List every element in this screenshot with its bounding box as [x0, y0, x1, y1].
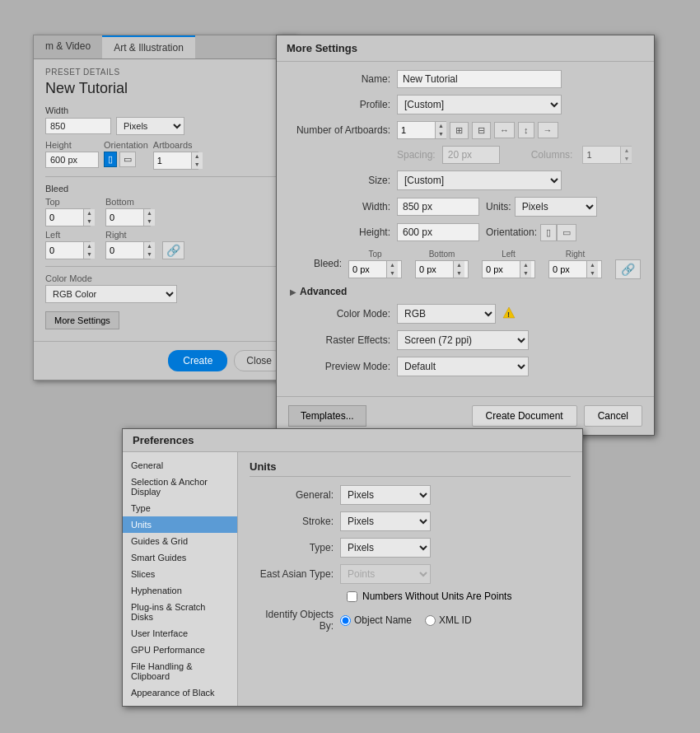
ms-bleed-left-down[interactable]: ▼ — [520, 269, 531, 278]
ms-artboards-up[interactable]: ▲ — [435, 122, 446, 130]
bleed-top-down[interactable]: ▼ — [83, 217, 95, 226]
height-input[interactable] — [45, 152, 99, 168]
size-dropdown[interactable]: [Custom] Letter A4 — [397, 170, 562, 190]
ms-portrait-btn[interactable]: ▯ — [540, 224, 557, 241]
pref-item-user-interface[interactable]: User Interface — [123, 625, 237, 642]
ms-bleed-left[interactable] — [483, 262, 520, 277]
radio-object-name-label[interactable]: Object Name — [340, 614, 412, 626]
portrait-orientation-btn[interactable]: ▯ — [104, 152, 117, 167]
ms-bleed-bottom[interactable] — [416, 262, 453, 277]
dialog-title: More Settings — [277, 35, 654, 62]
ms-landscape-btn[interactable]: ▭ — [557, 224, 576, 241]
profile-label: Profile: — [290, 99, 397, 110]
ms-height-input[interactable] — [397, 223, 479, 241]
pref-stroke-dropdown[interactable]: Pixels Points Picas Inches Millimeters — [340, 511, 431, 531]
pref-item-hyphenation[interactable]: Hyphenation — [123, 582, 237, 599]
cancel-button[interactable]: Cancel — [584, 405, 642, 427]
bleed-left-up[interactable]: ▲ — [83, 242, 95, 250]
height-label: Height — [45, 140, 99, 150]
more-settings-button[interactable]: More Settings — [45, 311, 119, 329]
pref-general-dropdown[interactable]: Pixels Points Picas Inches Millimeters — [340, 485, 431, 505]
ms-bleed-right-down[interactable]: ▼ — [586, 269, 598, 278]
bleed-bottom-input[interactable] — [106, 210, 143, 225]
bleed-right-down[interactable]: ▼ — [143, 250, 155, 259]
landscape-orientation-btn[interactable]: ▭ — [119, 152, 136, 167]
profile-dropdown[interactable]: [Custom] Print Web — [397, 95, 562, 114]
profile-row: Profile: [Custom] Print Web — [290, 95, 641, 114]
pref-item-smart-guides[interactable]: Smart Guides — [123, 549, 237, 566]
arrange-forward-icon[interactable]: → — [538, 122, 558, 138]
artboards-input[interactable] — [154, 153, 191, 168]
artboards-decrement[interactable]: ▼ — [191, 161, 203, 169]
artboards-increment[interactable]: ▲ — [191, 152, 203, 161]
arrange-down-icon[interactable]: ↕ — [518, 122, 534, 138]
bleed-right-up[interactable]: ▲ — [143, 242, 155, 250]
ms-bleed-right[interactable] — [549, 262, 586, 277]
bleed-top-up[interactable]: ▲ — [83, 209, 95, 217]
bleed-left-down[interactable]: ▼ — [83, 250, 95, 259]
radio-xml-id-label[interactable]: XML ID — [425, 614, 472, 626]
width-input[interactable] — [45, 118, 111, 134]
pref-type-dropdown[interactable]: Pixels Points Picas — [340, 538, 431, 558]
bleed-right-input[interactable] — [106, 243, 143, 258]
bleed-top-input[interactable] — [46, 210, 83, 225]
arrange-right-icon[interactable]: ↔ — [494, 122, 515, 138]
columns-input — [583, 147, 620, 162]
color-mode-dropdown[interactable]: RGB Color CMYK Color — [45, 285, 177, 303]
chain-link-icon[interactable]: 🔗 — [162, 241, 184, 259]
advanced-toggle[interactable]: ▶ Advanced — [290, 286, 641, 297]
pref-east-asian-label: East Asian Type: — [250, 568, 340, 580]
width-unit-dropdown[interactable]: Pixels Inches Millimeters — [116, 117, 184, 135]
artboards-controls: ▲ ▼ ⊞ ⊟ ↔ ↕ → — [397, 121, 558, 139]
ms-units-dropdown[interactable]: Pixels Inches Millimeters — [515, 197, 597, 217]
panel-tabs: m & Video Art & Illustration ✕ — [34, 35, 296, 59]
width-label: Width — [45, 105, 284, 115]
pref-item-plugins[interactable]: Plug-ins & Scratch Disks — [123, 599, 237, 625]
preview-mode-row: Preview Mode: Default Pixel Overprint — [290, 357, 641, 376]
ms-artboards-input[interactable] — [398, 123, 435, 138]
pref-item-gpu[interactable]: GPU Performance — [123, 642, 237, 658]
name-input[interactable] — [397, 70, 562, 88]
raster-dropdown[interactable]: Screen (72 ppi) Medium (150 ppi) High (3… — [397, 330, 529, 350]
bleed-bottom-col-label: Bottom — [429, 250, 455, 259]
ms-width-input[interactable] — [397, 198, 479, 216]
ms-color-mode-dropdown[interactable]: RGB CMYK — [397, 304, 496, 324]
ms-bleed-top-down[interactable]: ▼ — [386, 269, 398, 278]
pref-item-selection[interactable]: Selection & Anchor Display — [123, 474, 237, 500]
pref-item-appearance-black[interactable]: Appearance of Black — [123, 684, 237, 701]
tab-film-video[interactable]: m & Video — [34, 35, 102, 58]
pref-general-row: General: Pixels Points Picas Inches Mill… — [250, 485, 571, 505]
radio-xml-id[interactable] — [425, 615, 436, 626]
bleed-bottom-down[interactable]: ▼ — [143, 217, 155, 226]
numbers-checkbox[interactable] — [347, 591, 357, 602]
radio-object-name[interactable] — [340, 615, 351, 626]
ms-artboards-down[interactable]: ▼ — [435, 130, 446, 138]
artboards-label: Number of Artboards: — [290, 124, 397, 136]
pref-item-slices[interactable]: Slices — [123, 566, 237, 582]
pref-item-guides-grid[interactable]: Guides & Grid — [123, 533, 237, 549]
ms-bleed-bottom-up[interactable]: ▲ — [453, 261, 464, 269]
bleed-bottom-label: Bottom — [105, 197, 134, 207]
pref-item-units[interactable]: Units — [123, 516, 237, 533]
ms-bleed-top-up[interactable]: ▲ — [386, 261, 398, 269]
ms-bleed-left-up[interactable]: ▲ — [520, 261, 531, 269]
raster-label: Raster Effects: — [290, 334, 397, 346]
ms-bleed-right-up[interactable]: ▲ — [586, 261, 598, 269]
arrange-row-icon[interactable]: ⊟ — [472, 122, 491, 139]
preview-dropdown[interactable]: Default Pixel Overprint — [397, 357, 529, 376]
create-document-button[interactable]: Create Document — [472, 405, 577, 427]
ms-bleed-top[interactable] — [349, 262, 386, 277]
ms-bleed-bottom-down[interactable]: ▼ — [453, 269, 464, 278]
pref-item-general[interactable]: General — [123, 457, 237, 474]
tab-art-illustration[interactable]: Art & Illustration — [102, 35, 195, 58]
bleed-bottom-up[interactable]: ▲ — [143, 209, 155, 217]
artboards-spinner: ▲ ▼ — [153, 152, 198, 170]
dialog-body: Name: Profile: [Custom] Print Web Number… — [277, 62, 654, 391]
pref-item-type[interactable]: Type — [123, 500, 237, 516]
bleed-left-input[interactable] — [46, 243, 83, 258]
arrange-grid-icon[interactable]: ⊞ — [450, 122, 469, 139]
bleed-chain-icon[interactable]: 🔗 — [615, 259, 641, 279]
pref-item-file-handling[interactable]: File Handling & Clipboard — [123, 658, 237, 684]
create-button[interactable]: Create — [168, 350, 227, 371]
templates-button[interactable]: Templates... — [288, 405, 366, 427]
